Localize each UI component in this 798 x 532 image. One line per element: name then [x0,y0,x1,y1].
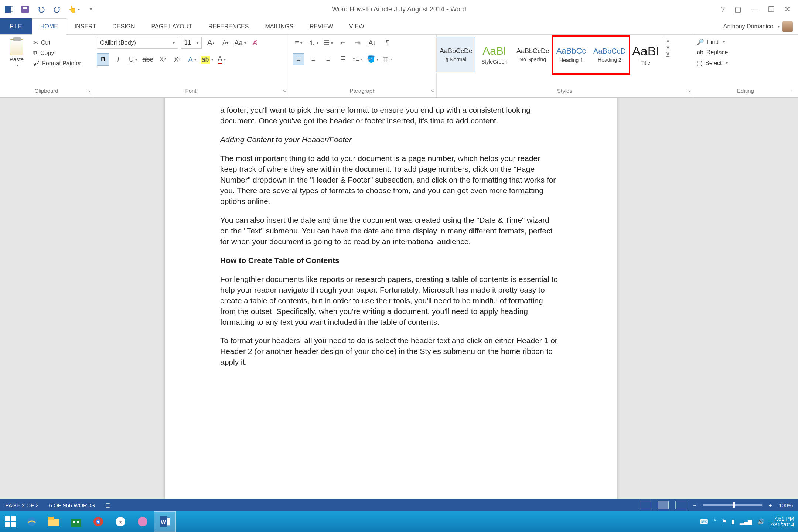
ribbon-display-options-icon[interactable]: ▢ [734,5,741,14]
body-paragraph[interactable]: You can also insert the date and time th… [220,215,558,247]
document-page[interactable]: a footer, you'll want to pick the same f… [165,98,617,511]
font-dialog-launcher[interactable]: ↘ [283,88,286,93]
multilevel-list-icon[interactable]: ☰▾ [322,37,334,49]
styles-expand-icon[interactable]: ⊻ [662,51,673,58]
styles-dialog-launcher[interactable]: ↘ [687,88,690,93]
show-paragraph-marks-icon[interactable]: ¶ [381,37,393,49]
tray-network-icon[interactable]: ▂▄▆ [740,518,753,525]
view-read-mode-icon[interactable] [640,501,651,509]
help-icon[interactable]: ? [721,5,725,14]
tab-mailings[interactable]: MAILINGS [257,18,301,34]
borders-icon[interactable]: ▦▾ [381,53,393,65]
styles-scroll-down-icon[interactable]: ▾ [662,44,673,51]
strikethrough-button[interactable]: abc [142,54,154,65]
view-print-layout-icon[interactable] [658,501,669,509]
tab-home[interactable]: HOME [32,18,66,35]
tab-review[interactable]: REVIEW [301,18,341,34]
body-subheading-italic[interactable]: Adding Content to your Header/Footer [220,134,558,145]
tab-insert[interactable]: INSERT [66,18,104,34]
style-title[interactable]: AaBl Title [629,37,662,72]
minimize-icon[interactable]: — [751,5,758,14]
tray-keyboard-icon[interactable]: ⌨ [700,518,708,525]
style-normal[interactable]: AaBbCcDc ¶ Normal [437,37,475,72]
zoom-in-icon[interactable]: + [769,502,772,508]
close-icon[interactable]: ✕ [784,5,791,14]
styles-gallery-scroller[interactable]: ▴ ▾ ⊻ [662,37,673,58]
copy-button[interactable]: ⧉Copy [33,50,81,57]
superscript-button[interactable]: X2 [171,54,183,65]
body-heading-bold[interactable]: How to Create Table of Contents [220,255,558,266]
styles-scroll-up-icon[interactable]: ▴ [662,37,673,44]
taskbar-chrome-icon[interactable] [87,511,109,532]
italic-button[interactable]: I [112,54,124,65]
status-proofing-icon[interactable]: ▢ [105,502,110,508]
zoom-out-icon[interactable]: − [693,502,696,508]
tab-view[interactable]: VIEW [341,18,372,34]
style-no-spacing[interactable]: AaBbCcDc No Spacing [514,37,552,72]
font-color-icon[interactable]: A▾ [216,54,228,65]
style-heading-2[interactable]: AaBbCcD Heading 2 [590,37,629,72]
body-paragraph[interactable]: The most important thing to add to your … [220,153,558,207]
clipboard-dialog-launcher[interactable]: ↘ [87,88,91,93]
underline-button[interactable]: U▾ [127,54,139,65]
highlight-icon[interactable]: ab▾ [201,54,213,65]
collapse-ribbon-icon[interactable]: ˄ [790,89,793,95]
body-paragraph[interactable]: a footer, you'll want to pick the same f… [220,105,558,126]
taskbar-ie-icon[interactable] [21,511,43,532]
shading-icon[interactable]: 🪣▾ [366,53,378,65]
font-size-combo[interactable]: 11▾ [181,37,202,49]
select-button[interactable]: ⬚Select▾ [697,59,728,66]
subscript-button[interactable]: X2 [157,54,168,65]
cut-button[interactable]: ✂Cut [33,39,81,46]
status-page[interactable]: PAGE 2 OF 2 [5,502,39,508]
replace-button[interactable]: abReplace [697,49,728,56]
paragraph-dialog-launcher[interactable]: ↘ [430,88,434,93]
body-paragraph[interactable]: For lengthier documents like reports or … [220,274,558,328]
text-effects-icon[interactable]: A▾ [186,54,198,65]
decrease-indent-icon[interactable]: ⇤ [337,37,349,49]
touch-mode-icon[interactable]: 👆▾ [69,4,79,14]
align-left-icon[interactable]: ≡ [293,53,304,65]
maximize-icon[interactable]: ❐ [768,5,775,14]
font-name-combo[interactable]: Calibri (Body)▾ [97,37,178,49]
taskbar-app2-icon[interactable] [132,511,154,532]
taskbar-store-icon[interactable] [65,511,87,532]
clear-formatting-icon[interactable]: A̸ [249,37,261,49]
style-stylegreen[interactable]: AaBl StyleGreen [475,37,514,72]
start-button[interactable] [0,511,21,532]
qat-customize-icon[interactable]: ▾ [85,4,95,14]
taskbar-explorer-icon[interactable] [43,511,65,532]
format-painter-button[interactable]: 🖌Format Painter [33,60,81,67]
save-icon[interactable] [20,4,30,14]
paste-button[interactable]: Paste ▾ [4,37,30,67]
account-user[interactable]: Anthony Domanico ▾ [723,18,793,34]
find-button[interactable]: 🔎Find▾ [697,38,725,45]
tab-page-layout[interactable]: PAGE LAYOUT [143,18,201,34]
shrink-font-icon[interactable]: A▾ [219,37,231,49]
taskbar-app-icon[interactable]: ∞ [109,511,132,532]
status-word-count[interactable]: 6 OF 966 WORDS [49,502,95,508]
zoom-level[interactable]: 100% [779,502,793,508]
tray-chevron-icon[interactable]: ˄ [713,518,716,525]
bold-button[interactable]: B [97,53,109,66]
tray-volume-icon[interactable]: 🔊 [757,518,764,525]
body-paragraph[interactable]: To format your headers, all you need to … [220,335,558,368]
grow-font-icon[interactable]: A▴ [205,37,216,49]
style-heading-1[interactable]: AaBbCc Heading 1 [552,37,590,72]
zoom-slider[interactable] [703,504,762,506]
undo-icon[interactable] [36,4,47,14]
sort-icon[interactable]: A↓ [366,37,378,49]
tab-design[interactable]: DESIGN [104,18,143,34]
view-web-layout-icon[interactable] [675,501,686,509]
tray-clock[interactable]: 7:51 PM 7/31/2014 [770,516,794,528]
numbering-icon[interactable]: ⒈▾ [307,37,319,49]
tray-flag-icon[interactable]: ⚑ [722,518,726,525]
bullets-icon[interactable]: ≡▾ [293,37,304,49]
tab-file[interactable]: FILE [0,18,32,34]
line-spacing-icon[interactable]: ↕≡▾ [352,53,364,65]
align-right-icon[interactable]: ≡ [322,53,334,65]
document-area[interactable]: a footer, you'll want to pick the same f… [0,98,798,511]
tab-references[interactable]: REFERENCES [200,18,257,34]
justify-icon[interactable]: ≣ [337,53,349,65]
increase-indent-icon[interactable]: ⇥ [352,37,364,49]
